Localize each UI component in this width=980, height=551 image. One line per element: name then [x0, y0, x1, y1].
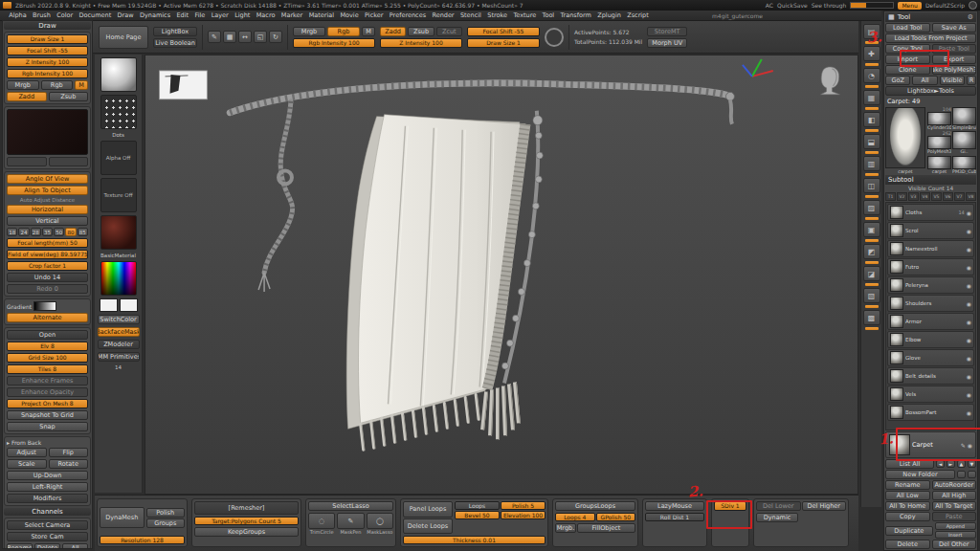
visibility-toggle[interactable]: V7: [954, 192, 965, 201]
palette-mini-slider[interactable]: [865, 151, 879, 154]
groups-button[interactable]: Groups: [146, 518, 186, 528]
snapshot-to-grid-button[interactable]: Snapshot To Grid: [7, 410, 88, 420]
camera-rename-button[interactable]: Rename: [7, 543, 33, 549]
palette-mini-slider[interactable]: [865, 305, 879, 308]
menu-item[interactable]: Picker: [362, 11, 387, 21]
palette-mini-slider[interactable]: [865, 217, 879, 220]
resolution-slider[interactable]: Resolution 128: [100, 536, 185, 544]
imm-primitives-button[interactable]: IMM Primitives: [98, 352, 140, 362]
gradient-preview[interactable]: [33, 301, 56, 311]
from-back-header[interactable]: ▸ From Back: [7, 439, 88, 446]
enhance-frames-button[interactable]: Enhance Frames: [7, 376, 88, 386]
gradient-label[interactable]: Gradient: [7, 303, 32, 310]
live-boolean-button[interactable]: Live Boolean: [153, 38, 197, 48]
eye-icon[interactable]: ◉: [967, 282, 971, 289]
left-right-button[interactable]: Left-Right: [7, 482, 88, 492]
script-name-label[interactable]: DefaultZScrip: [925, 2, 965, 9]
subtool-copy-button[interactable]: Copy: [885, 512, 930, 521]
eye-icon[interactable]: ◉: [967, 319, 971, 325]
scale-button[interactable]: Scale: [7, 459, 47, 469]
goz-all-button[interactable]: All: [912, 76, 937, 85]
horizontal-button[interactable]: Horizontal: [7, 205, 88, 214]
swatch-option-button-1[interactable]: [7, 157, 47, 166]
secondary-color-swatch[interactable]: [120, 298, 138, 312]
subtool-item[interactable]: Belt_details ◉: [887, 367, 974, 385]
menu-item[interactable]: Marker: [278, 11, 306, 21]
palette-icon[interactable]: ◧: [863, 112, 880, 127]
project-on-mesh-slider[interactable]: Project On Mesh 8: [7, 399, 88, 408]
zsub-button[interactable]: Zsub: [408, 27, 434, 36]
menu-item[interactable]: Movie: [337, 11, 362, 21]
viewport-canvas[interactable]: [145, 55, 858, 495]
all-high-button[interactable]: All High: [932, 491, 977, 500]
camera-delete-button[interactable]: Delete: [34, 543, 60, 549]
menu-item[interactable]: Light: [232, 11, 254, 21]
brush-selector-thumbnail[interactable]: [100, 57, 137, 92]
subtool-paste-button[interactable]: Paste: [932, 512, 977, 521]
eye-icon[interactable]: ◉: [967, 300, 971, 307]
backface-mask-button[interactable]: BackfaceMask: [98, 327, 140, 337]
roll-dist-slider[interactable]: Roll Dist 1: [645, 513, 704, 521]
color-picker[interactable]: [100, 261, 137, 296]
goz-visible-button[interactable]: Visible: [940, 76, 965, 85]
tool-thumbnail[interactable]: PM3D_Cube3D2: [952, 156, 976, 174]
alternate-button[interactable]: Alternate: [7, 313, 88, 322]
insert-button[interactable]: Insert: [935, 531, 977, 539]
arrow-left-button[interactable]: ◄: [936, 460, 945, 468]
thickness-slider[interactable]: Thickness 0.01: [403, 536, 546, 544]
subtool-item[interactable]: Vels ◉: [887, 386, 974, 403]
dynamesh-button[interactable]: DynaMesh: [100, 507, 145, 528]
palette-mini-slider[interactable]: [865, 173, 879, 176]
camera-all-button[interactable]: All: [62, 543, 88, 549]
angle-of-view-button[interactable]: Angle Of View: [7, 174, 88, 184]
select-lasso-button[interactable]: SelectLasso: [308, 501, 393, 511]
load-tool-button[interactable]: Load Tool: [885, 23, 930, 33]
subtool-item[interactable]: Armor ◉: [887, 313, 974, 330]
polish-button[interactable]: Polish: [146, 508, 186, 518]
autoreorder-button[interactable]: AutoReorder: [932, 480, 977, 490]
m-button[interactable]: M: [362, 27, 375, 36]
draw-size-slider-panel[interactable]: Draw Size 1: [7, 34, 88, 44]
palette-icon[interactable]: ◩: [863, 244, 880, 259]
visibility-toggle[interactable]: V8: [966, 192, 976, 201]
subtool-item[interactable]: Cloths 14 ◉: [887, 204, 974, 221]
delete-loops-button[interactable]: Delete Loops: [403, 518, 453, 535]
z-intensity-slider-panel[interactable]: Z Intensity 100: [7, 57, 88, 67]
ac-label[interactable]: AC: [766, 2, 773, 9]
eye-icon[interactable]: ◉: [967, 373, 971, 380]
eye-icon[interactable]: ◉: [967, 355, 971, 362]
eye-icon[interactable]: ◉: [967, 391, 971, 398]
del-lower-button[interactable]: Del Lower: [756, 501, 801, 511]
eye-icon[interactable]: ◉: [967, 409, 971, 416]
subtool-item[interactable]: Elbow ◉: [887, 331, 974, 348]
palette-icon[interactable]: ▨: [863, 200, 880, 215]
subtool-item[interactable]: Scrol ◉: [887, 222, 974, 239]
stroke-selector-thumbnail[interactable]: [100, 95, 137, 129]
new-folder-button[interactable]: New Folder: [885, 470, 955, 479]
palette-mini-slider[interactable]: [865, 129, 879, 132]
menu-item[interactable]: File: [191, 11, 208, 21]
grid-size-slider[interactable]: Grid Size 100: [7, 353, 88, 363]
eye-icon[interactable]: ◉: [967, 264, 971, 271]
panel-loops-button[interactable]: Panel Loops: [403, 501, 453, 518]
groups-loops-button[interactable]: GroupsLoops: [555, 501, 635, 511]
zadd-button[interactable]: Zadd: [380, 27, 406, 36]
viewport-3d[interactable]: [145, 55, 858, 494]
snap-button[interactable]: Snap: [7, 422, 88, 431]
save-as-button[interactable]: Save As: [932, 23, 977, 33]
subtool-item[interactable]: Peleryna ◉: [887, 276, 974, 294]
folder-icon-button[interactable]: [957, 471, 966, 478]
home-page-button[interactable]: Home Page: [99, 26, 148, 49]
flip-button[interactable]: Flip: [49, 448, 89, 457]
mask-tool-icon[interactable]: ✎: [337, 513, 364, 529]
rgb-button-panel[interactable]: Rgb: [41, 80, 74, 90]
visibility-toggle[interactable]: V4: [920, 192, 930, 201]
focal-preset-button[interactable]: 24: [18, 228, 29, 236]
palette-icon[interactable]: ▧: [863, 288, 880, 303]
texture-selector-thumbnail[interactable]: Texture Off: [100, 178, 137, 212]
dynamic-button[interactable]: Dynamic: [756, 513, 798, 522]
focal-preset-button[interactable]: 35: [42, 228, 53, 236]
visibility-toggle[interactable]: V2: [897, 192, 907, 201]
arrow-right-button[interactable]: ►: [947, 460, 955, 468]
menu-item[interactable]: Alpha: [6, 11, 30, 21]
